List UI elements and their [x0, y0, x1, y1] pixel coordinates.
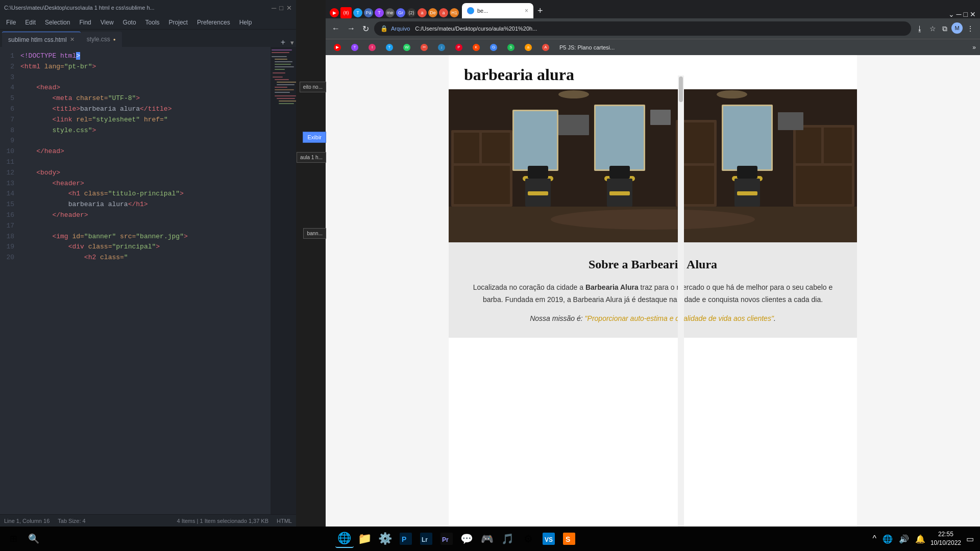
- nav-reload-btn[interactable]: ↻: [360, 22, 371, 36]
- browser-nav-bar: ← → ↻ 🔒 Arquivo C:/Users/mateu/Desktop/c…: [326, 18, 980, 39]
- browser-new-tab-btn[interactable]: +: [535, 6, 545, 16]
- taskbar-spotify[interactable]: 🎵: [499, 530, 517, 548]
- taskbar-explorer[interactable]: 📁: [356, 530, 374, 548]
- menu-selection[interactable]: Selection: [41, 18, 74, 27]
- tab-close-html[interactable]: ✕: [70, 36, 75, 43]
- editor-side-panel: eito no... Exibir aula 1 h... bann...: [296, 0, 326, 527]
- browser-fav-h1[interactable]: a: [439, 8, 448, 17]
- browser-active-tab[interactable]: 🌐 be... ×: [462, 3, 533, 18]
- browser-fav-2[interactable]: (2): [407, 8, 416, 17]
- bookmark-reddit[interactable]: K: [469, 43, 484, 52]
- bookmark-twitter[interactable]: T: [382, 43, 397, 52]
- nav-download-icon[interactable]: ⭳: [914, 22, 925, 35]
- browser-fav-twitter[interactable]: T: [353, 8, 362, 17]
- browser-fav-fb[interactable]: Pá: [364, 8, 373, 17]
- bookmark-spotify[interactable]: S: [503, 43, 519, 52]
- bookmark-instagram[interactable]: I: [364, 43, 380, 52]
- tab-css[interactable]: style.css ●: [81, 32, 122, 47]
- bookmark-dl[interactable]: ↓: [434, 43, 449, 52]
- mission-end: .: [774, 314, 776, 322]
- menu-tools[interactable]: Tools: [141, 18, 164, 27]
- code-line-11: [20, 157, 266, 168]
- menu-preferences[interactable]: Preferences: [193, 18, 234, 27]
- browser-min-btn[interactable]: ─: [957, 10, 962, 18]
- browser-fav-yt2[interactable]: (8): [340, 7, 352, 18]
- code-line-15: barbearia alura</h1>: [20, 199, 266, 210]
- nav-extensions-icon[interactable]: ⧉: [940, 22, 949, 35]
- maximize-btn[interactable]: □: [279, 4, 283, 12]
- svg-rect-1: [272, 52, 289, 53]
- browser-fav-youtube[interactable]: ▶: [330, 8, 339, 17]
- tab-add-btn[interactable]: +: [278, 38, 288, 47]
- menu-file[interactable]: File: [2, 18, 20, 27]
- taskbar-xbox[interactable]: 🎮: [478, 530, 497, 548]
- tab-actions: + ▾: [278, 38, 294, 47]
- svg-rect-13: [275, 87, 287, 88]
- svg-rect-14: [275, 89, 294, 90]
- bookmarks-more-btn[interactable]: »: [972, 44, 976, 51]
- tray-chevron[interactable]: ^: [870, 532, 878, 545]
- nav-menu-btn[interactable]: ⋮: [965, 22, 976, 35]
- taskbar-discord[interactable]: 💬: [458, 530, 476, 548]
- menu-find[interactable]: Find: [75, 18, 95, 27]
- bookmark-amazon2[interactable]: A: [538, 43, 553, 52]
- bookmark-google[interactable]: G: [486, 43, 501, 52]
- browser-fav-dc[interactable]: De: [428, 8, 437, 17]
- browser-fav-hl[interactable]: H1: [450, 8, 459, 17]
- svg-rect-4: [275, 61, 292, 62]
- browser-fav-me[interactable]: me: [385, 8, 395, 17]
- taskbar-photoshop[interactable]: P: [397, 530, 415, 548]
- tray-volume[interactable]: 🔊: [897, 532, 911, 546]
- tray-show-desktop[interactable]: ▭: [964, 532, 976, 546]
- tab-html[interactable]: sublime htlm css.html ✕: [2, 32, 81, 47]
- close-btn[interactable]: ✕: [286, 4, 292, 12]
- taskbar-sublime[interactable]: S: [560, 530, 578, 548]
- taskbar-vscode[interactable]: VS: [540, 530, 558, 548]
- bookmark-amazon[interactable]: a: [521, 43, 536, 52]
- menu-project[interactable]: Project: [165, 18, 192, 27]
- tray-network[interactable]: 🌐: [880, 532, 895, 546]
- browser-max-btn[interactable]: □: [964, 10, 968, 18]
- tab-list-btn[interactable]: ▾: [290, 39, 294, 46]
- browser-expand-icon[interactable]: ⌄: [948, 10, 954, 18]
- browser-fav-gr[interactable]: Gr: [396, 8, 405, 17]
- browser-close-btn[interactable]: ✕: [970, 10, 976, 18]
- search-taskbar-btn[interactable]: 🔍: [24, 530, 43, 548]
- code-line-8: style.css">: [20, 126, 266, 136]
- taskbar-chrome[interactable]: ⚙️: [376, 530, 395, 548]
- bookmark-twitch[interactable]: T: [347, 43, 362, 52]
- taskbar-lightroom[interactable]: Lr: [417, 530, 435, 548]
- bookmark-whatsapp[interactable]: W: [399, 43, 414, 52]
- bookmark-p5js[interactable]: P5 JS: Plano cartesi...: [555, 43, 619, 52]
- nav-profile-btn[interactable]: M: [951, 22, 963, 34]
- taskbar-premiere[interactable]: Pr: [437, 530, 456, 548]
- nav-back-btn[interactable]: ←: [330, 22, 342, 35]
- bookmark-pinterest[interactable]: P: [451, 43, 467, 52]
- menu-view[interactable]: View: [96, 18, 118, 27]
- browser-fav-twitch[interactable]: T: [375, 8, 384, 17]
- browser-fav-de[interactable]: a: [418, 8, 427, 17]
- active-tab-close[interactable]: ×: [525, 7, 528, 14]
- minimize-btn[interactable]: ─: [272, 4, 276, 12]
- bookmark-cut[interactable]: ✂: [416, 43, 432, 52]
- menu-goto[interactable]: Goto: [119, 18, 140, 27]
- menu-edit[interactable]: Edit: [21, 18, 40, 27]
- address-bar[interactable]: 🔒 Arquivo C:/Users/mateu/Desktop/curso/a…: [374, 21, 911, 36]
- taskbar-edge[interactable]: 🌐: [335, 530, 354, 548]
- web-section-paragraph: Localizada no coração da cidade a Barbea…: [469, 282, 837, 306]
- bookmark-p5js-label: P5 JS: Plano cartesi...: [559, 44, 615, 51]
- code-editor[interactable]: <!DOCTYPE html> <html lang="pt-br"> <hea…: [18, 47, 271, 514]
- tray-battery[interactable]: 🔔: [913, 532, 927, 546]
- bookmark-youtube[interactable]: ▶: [330, 43, 345, 52]
- nav-star-icon[interactable]: ☆: [927, 22, 938, 35]
- scrollbar-thumb[interactable]: [679, 77, 683, 102]
- status-items: 4 Items | 1 Item selecionado 1,37 KB: [177, 518, 268, 524]
- nav-forward-btn[interactable]: →: [345, 22, 357, 35]
- menu-help[interactable]: Help: [235, 18, 256, 27]
- time-display[interactable]: 22:55 10/10/2022: [930, 530, 961, 547]
- browser-scrollbar[interactable]: [678, 76, 684, 527]
- taskbar-settings[interactable]: ⚙: [519, 530, 537, 548]
- svg-rect-15: [275, 92, 290, 93]
- start-btn[interactable]: ⊞: [4, 530, 22, 548]
- side-exibir-btn[interactable]: Exibir: [303, 132, 326, 143]
